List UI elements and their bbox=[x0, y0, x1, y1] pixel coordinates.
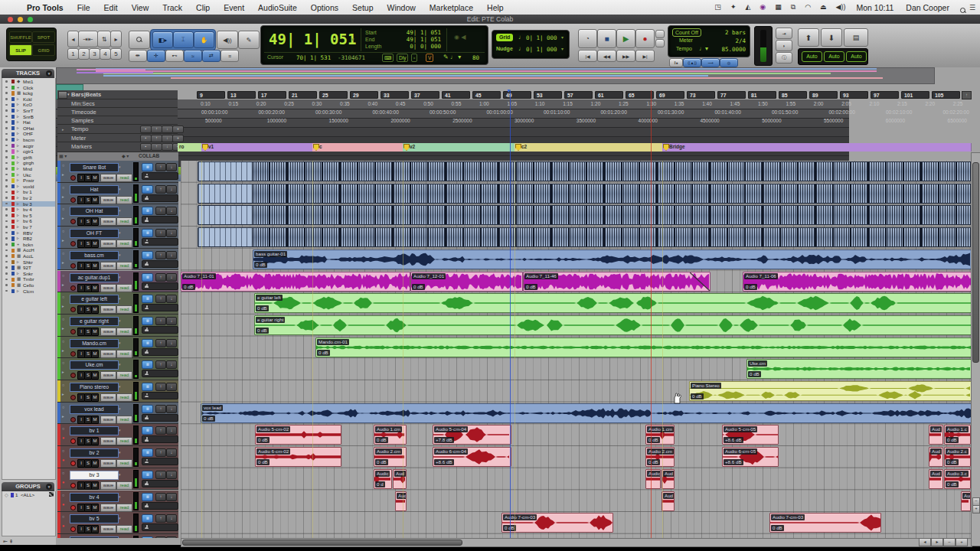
zoomer-tool-button[interactable] bbox=[129, 31, 150, 49]
scroll-up-button[interactable]: ⬆ bbox=[798, 28, 819, 47]
mute-button[interactable]: M bbox=[91, 284, 99, 292]
track-view-selector[interactable]: wave bbox=[100, 437, 116, 445]
trim-tool-button[interactable]: ◧▸ bbox=[152, 31, 173, 48]
marker-flag-icon[interactable] bbox=[202, 144, 208, 151]
audio-clip[interactable]: Audio 7-cm-030 dB bbox=[769, 513, 881, 533]
sidebar-track-item[interactable]: +bckn bbox=[2, 242, 55, 248]
nudge-label[interactable]: Nudge bbox=[496, 46, 513, 51]
clip-gain-badge[interactable]: 0 dB bbox=[748, 371, 761, 377]
sidebar-track-item[interactable]: ▹bscm bbox=[2, 137, 55, 143]
collab-owner-bar[interactable] bbox=[142, 260, 178, 268]
audio-clip[interactable]: Audic bbox=[645, 469, 661, 489]
collab-up-button[interactable]: ↑ bbox=[155, 360, 166, 369]
automation-mode-selector[interactable]: read bbox=[116, 504, 132, 512]
menu-view[interactable]: View bbox=[125, 3, 156, 12]
collab-down-button[interactable]: ↓ bbox=[166, 360, 177, 369]
marker-segment[interactable]: c bbox=[312, 143, 403, 152]
track-playlist-icon[interactable]: ▸ bbox=[62, 370, 64, 374]
track-freeze-icon[interactable]: ○ bbox=[62, 273, 64, 278]
sidebar-track-item[interactable]: ▹bv 7 bbox=[2, 224, 55, 230]
track-name-field[interactable]: Mando.cm bbox=[70, 339, 119, 348]
counter-chip-3[interactable]: V bbox=[426, 54, 433, 62]
audio-clip[interactable]: Audio 2.c0 dB bbox=[944, 447, 971, 467]
zoom-scroll-button[interactable]: ▸ bbox=[931, 538, 943, 546]
track-name-field[interactable]: Piano stereo bbox=[70, 383, 119, 392]
collab-cloud-button[interactable]: ≣ bbox=[142, 471, 153, 479]
collab-cloud-button[interactable]: ≣ bbox=[142, 514, 153, 523]
automation-mode-selector[interactable]: read bbox=[116, 525, 132, 533]
clip-gain-badge[interactable]: 0 dB bbox=[691, 393, 704, 399]
automation-mode-selector[interactable]: read bbox=[116, 371, 132, 380]
talkback-button[interactable]: ⇥ bbox=[776, 28, 792, 39]
counter-chip-1[interactable]: Dly bbox=[397, 54, 408, 62]
selector-tool-button[interactable]: ⌶ bbox=[173, 31, 194, 48]
collab-up-button[interactable]: ↑ bbox=[155, 493, 166, 501]
menu-setup[interactable]: Setup bbox=[345, 3, 380, 12]
scroll-down-button[interactable]: ⬇ bbox=[821, 28, 842, 47]
track-name-field[interactable]: bv 2 bbox=[70, 448, 119, 458]
menu-file[interactable]: File bbox=[70, 3, 97, 12]
audio-clip[interactable]: Aud bbox=[929, 425, 943, 445]
menu-user[interactable]: Dan Cooper bbox=[900, 3, 956, 12]
collab-up-button[interactable]: ↑ bbox=[155, 405, 166, 413]
shuffle-mode-button[interactable]: SHUFFLE bbox=[9, 31, 32, 43]
track-freeze-icon[interactable]: ○ bbox=[62, 383, 64, 387]
collab-down-button[interactable]: ↓ bbox=[166, 317, 177, 325]
zoom-scroll-button[interactable]: + bbox=[956, 538, 968, 546]
marker-segment[interactable]: v1 bbox=[201, 143, 313, 152]
menu-options[interactable]: Options bbox=[304, 3, 345, 12]
edit-function-button-0[interactable]: ⇹ bbox=[129, 50, 147, 62]
collab-owner-bar[interactable] bbox=[142, 282, 178, 290]
collab-down-button[interactable]: ↓ bbox=[166, 273, 177, 282]
collab-up-button[interactable]: ↑ bbox=[155, 251, 166, 259]
clip-gain-badge[interactable]: 0 dB bbox=[647, 459, 660, 465]
mute-button[interactable]: M bbox=[91, 328, 99, 336]
track-view-selector[interactable]: wave bbox=[100, 350, 116, 358]
sidebar-track-item[interactable]: ▦92T bbox=[2, 265, 55, 271]
track-playlist-icon[interactable]: ▸ bbox=[62, 238, 64, 243]
nudge-note-icon[interactable]: ♩ bbox=[518, 45, 524, 52]
record-enable-button[interactable] bbox=[70, 285, 76, 291]
record-enable-button[interactable] bbox=[70, 241, 76, 246]
mute-button[interactable]: M bbox=[91, 196, 99, 204]
sidebar-track-item[interactable]: ▦Tmbr bbox=[2, 276, 55, 282]
go-to-end-button[interactable]: ▶| bbox=[635, 50, 655, 62]
collab-up-button[interactable]: ↑ bbox=[155, 295, 166, 303]
audio-clip[interactable]: e guitar right0 dB bbox=[254, 315, 971, 335]
collab-owner-bar[interactable] bbox=[142, 458, 178, 465]
sidebar-track-item[interactable]: ▹Mnd bbox=[2, 166, 55, 172]
track-view-selector[interactable]: wave bbox=[100, 371, 116, 380]
collab-cloud-button[interactable]: ≣ bbox=[142, 339, 153, 347]
collab-owner-bar[interactable] bbox=[142, 238, 178, 246]
audio-clip[interactable]: Uke.cm0 dB bbox=[746, 359, 971, 379]
audio-clip[interactable]: vox lead0 dB bbox=[201, 403, 971, 423]
zoom-preset-4[interactable]: 4 bbox=[100, 48, 111, 60]
collab-down-button[interactable]: ↓ bbox=[166, 471, 177, 479]
track-view-selector[interactable]: wave bbox=[100, 393, 116, 402]
midi-tempo-readout[interactable]: 80 bbox=[472, 54, 479, 61]
track-name-dropdown-icon[interactable]: ▾ bbox=[119, 318, 121, 323]
clip-gain-badge[interactable]: 0 dB bbox=[375, 459, 388, 465]
conductor-button[interactable]: ◎ bbox=[720, 58, 738, 67]
record-enable-button[interactable] bbox=[70, 417, 76, 422]
ruler-button[interactable]: ▪ bbox=[140, 126, 152, 133]
stop-button[interactable]: ■ bbox=[597, 29, 616, 48]
automation-mode-selector[interactable]: read bbox=[116, 459, 132, 468]
sidebar-track-item[interactable]: ▹bv 2 bbox=[2, 195, 55, 201]
track-name-dropdown-icon[interactable]: ▾ bbox=[119, 384, 121, 389]
track-name-field[interactable]: Snare Bot bbox=[70, 163, 119, 172]
collab-cloud-button[interactable]: ≣ bbox=[142, 295, 153, 303]
collab-down-button[interactable]: ↓ bbox=[166, 207, 177, 215]
mute-button[interactable]: M bbox=[91, 371, 99, 380]
wait-for-note-button[interactable]: ◔ bbox=[578, 29, 597, 48]
sidebar-track-item[interactable]: ▦AccL bbox=[2, 253, 55, 259]
record-enable-button[interactable] bbox=[70, 439, 76, 444]
counter-chip-2[interactable]: ▫ bbox=[411, 54, 417, 62]
automation-mode-selector[interactable]: read bbox=[116, 350, 132, 358]
ruler-button[interactable]: ↓ bbox=[162, 126, 173, 133]
metronome-button[interactable]: ((▲)) bbox=[683, 58, 701, 67]
record-button[interactable]: ● bbox=[635, 29, 655, 48]
sidebar-track-item[interactable]: ▹gtrgh bbox=[2, 160, 55, 166]
ruler-button[interactable]: ↑ bbox=[151, 135, 162, 142]
menu-clip[interactable]: Clip bbox=[189, 3, 217, 12]
